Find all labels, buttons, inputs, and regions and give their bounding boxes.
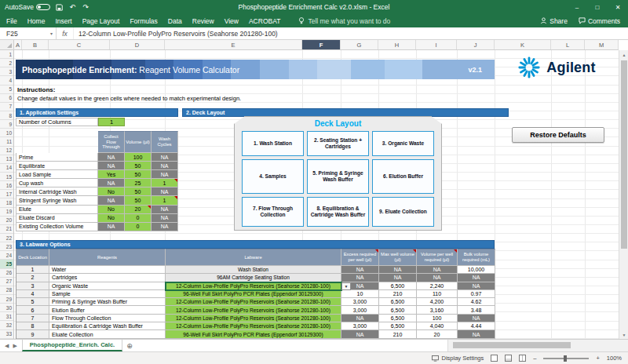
cell-excess-9[interactable]: NA	[341, 330, 379, 338]
row-header-19[interactable]: 19	[0, 208, 13, 217]
cell-cup-wash-volume[interactable]: 25	[125, 179, 152, 187]
ribbon-tab-file[interactable]: File	[6, 17, 17, 25]
numcols-value[interactable]: 1	[98, 118, 125, 126]
cell-loc-1[interactable]: 1	[16, 266, 49, 274]
scroll-down-icon[interactable]: ▼	[619, 330, 628, 339]
labware-dropdown-button[interactable]: ▼	[341, 282, 351, 290]
row-header-10[interactable]: 10	[0, 129, 13, 137]
cell-bulk-5[interactable]: 4.62	[458, 298, 495, 306]
cell-reagent-flow-through[interactable]: Flow Through Collection	[49, 315, 166, 322]
cell-labware-organic-waste-selected[interactable]: 12-Column Low-Profile PolyPro Reservoirs…	[166, 282, 341, 290]
scroll-up-icon[interactable]: ▲	[619, 50, 628, 59]
cell-bulk-9[interactable]: NA	[458, 330, 495, 338]
cell-labware-cartridges[interactable]: 96AM Cartridge Seating Station	[166, 274, 341, 282]
view-page-layout-icon[interactable]	[505, 355, 512, 362]
formula-input[interactable]: 12-Column Low-Profile PolyPro Reservoirs…	[74, 27, 628, 39]
cell-load-sample-volume[interactable]: 50	[125, 170, 152, 179]
cell-bulk-2[interactable]: NA	[458, 274, 495, 282]
row-header-11[interactable]: 11	[0, 137, 13, 146]
tab-scroll-right-icon[interactable]: ▶	[13, 343, 16, 349]
row-header-29[interactable]: 29	[0, 295, 13, 304]
ribbon-tab-home[interactable]: Home	[27, 17, 46, 25]
row-header-14[interactable]: 14	[0, 164, 13, 173]
cell-reagent-priming-buffer[interactable]: Priming & Syringe Wash Buffer	[49, 298, 166, 306]
cell-labware-elution-buffer[interactable]: 12-Column Low-Profile PolyPro Reservoirs…	[166, 306, 341, 314]
cell-excess-8[interactable]: 3,000	[341, 322, 379, 330]
cell-reagent-equilibration-buffer[interactable]: Equilibration & Cartridge Wash Buffer	[49, 322, 166, 330]
zoom-out-button[interactable]: –	[533, 355, 536, 362]
cell-internal-wash-collect[interactable]: No	[98, 187, 125, 196]
ribbon-tab-data[interactable]: Data	[168, 17, 182, 25]
cell-excess-7[interactable]: NA	[341, 315, 379, 322]
cell-perwell-9[interactable]: 20	[417, 330, 458, 338]
cell-stringent-wash-volume[interactable]: 50	[125, 196, 152, 205]
cell-load-sample-collect[interactable]: Yes	[98, 170, 125, 179]
display-settings-button[interactable]: Display Settings	[432, 355, 484, 362]
row-header-18[interactable]: 18	[0, 198, 13, 207]
ribbon-tab-formulas[interactable]: Formulas	[130, 17, 157, 25]
column-header-M[interactable]: M	[585, 40, 619, 49]
ribbon-tab-review[interactable]: Review	[192, 17, 214, 25]
view-page-break-icon[interactable]	[519, 355, 526, 362]
cell-perwell-4[interactable]: 110	[417, 290, 458, 298]
ribbon-tab-acrobat[interactable]: ACROBAT	[249, 17, 280, 25]
select-all-corner[interactable]	[0, 40, 14, 49]
column-header-B[interactable]: B	[22, 40, 49, 49]
ribbon-tab-view[interactable]: View	[225, 17, 239, 25]
zoom-slider-thumb[interactable]	[564, 355, 567, 362]
tell-me-search[interactable]: Tell me what you want to do	[298, 17, 390, 25]
column-header-H[interactable]: H	[378, 40, 416, 49]
cell-labware-eluate-collection[interactable]: 96-Well Full Skirt PolyPro PCR Plates (E…	[166, 330, 341, 338]
autosave-switch-icon[interactable]	[36, 4, 50, 10]
cell-max-4[interactable]: 210	[379, 290, 417, 298]
cell-eluate-discard-volume[interactable]: 0	[125, 214, 152, 223]
zoom-slider[interactable]	[543, 358, 589, 359]
cell-labware-priming-buffer[interactable]: 12-Column Low-Profile PolyPro Reservoirs…	[166, 298, 341, 306]
maximize-button[interactable]: □	[587, 0, 608, 14]
row-header-3[interactable]: 3	[0, 67, 13, 76]
cell-labware-sample[interactable]: 96-Well Full Skirt PolyPro PCR Plates (E…	[166, 290, 341, 298]
cell-perwell-6[interactable]: 3,160	[417, 306, 458, 314]
cell-bulk-6[interactable]: 3.48	[458, 306, 495, 314]
column-header-A[interactable]: A	[14, 40, 22, 49]
cell-loc-6[interactable]: 6	[16, 306, 49, 314]
cell-bulk-8[interactable]: 4.44	[458, 322, 495, 330]
cell-excess-6[interactable]: 3,000	[341, 306, 379, 314]
cell-elute-cycles[interactable]: NA	[152, 206, 178, 214]
cell-max-5[interactable]: 6,500	[379, 298, 417, 306]
cell-perwell-2[interactable]: NA	[417, 274, 458, 282]
cell-excess-5[interactable]: 3,000	[341, 298, 379, 306]
row-header-32[interactable]: 32	[0, 321, 13, 329]
column-header-C[interactable]: C	[49, 40, 110, 49]
row-header-5[interactable]: 5	[0, 86, 13, 94]
cell-reagent-cartridges[interactable]: Cartridges	[49, 274, 166, 282]
cell-perwell-8[interactable]: 4,040	[417, 322, 458, 330]
cell-internal-wash-volume[interactable]: 50	[125, 187, 152, 196]
cell-load-sample-cycles[interactable]: NA	[152, 170, 178, 179]
row-header-17[interactable]: 17	[0, 190, 13, 198]
row-header-30[interactable]: 30	[0, 304, 13, 312]
cell-cup-wash-cycles[interactable]: 1	[152, 179, 178, 187]
view-normal-icon[interactable]	[491, 355, 498, 362]
row-header-25[interactable]: 25	[0, 260, 13, 268]
cell-reagent-elution-buffer[interactable]: Elution Buffer	[49, 306, 166, 314]
column-header-K[interactable]: K	[495, 40, 551, 49]
column-header-L[interactable]: L	[551, 40, 585, 49]
row-header-27[interactable]: 27	[0, 278, 13, 286]
cell-eluate-discard-cycles[interactable]: NA	[152, 214, 178, 223]
row-header-1[interactable]: 1	[0, 50, 13, 59]
column-header-J[interactable]: J	[457, 40, 495, 49]
horizontal-scroll-thumb[interactable]	[453, 342, 571, 348]
column-header-I[interactable]: I	[416, 40, 457, 49]
cell-labware-water[interactable]: Wash Station	[166, 266, 341, 274]
undo-icon[interactable]: ↶	[68, 3, 77, 12]
row-header-23[interactable]: 23	[0, 242, 13, 251]
row-header-9[interactable]: 9	[0, 120, 13, 129]
cell-perwell-5[interactable]: 4,200	[417, 298, 458, 306]
cell-internal-wash-cycles[interactable]: NA	[152, 187, 178, 196]
chevron-down-icon[interactable]: ▾	[50, 31, 53, 36]
cell-bulk-7[interactable]: NA	[458, 315, 495, 322]
minimize-button[interactable]: –	[567, 0, 587, 14]
cell-perwell-1[interactable]: NA	[417, 266, 458, 274]
ribbon-tab-insert[interactable]: Insert	[55, 17, 71, 25]
